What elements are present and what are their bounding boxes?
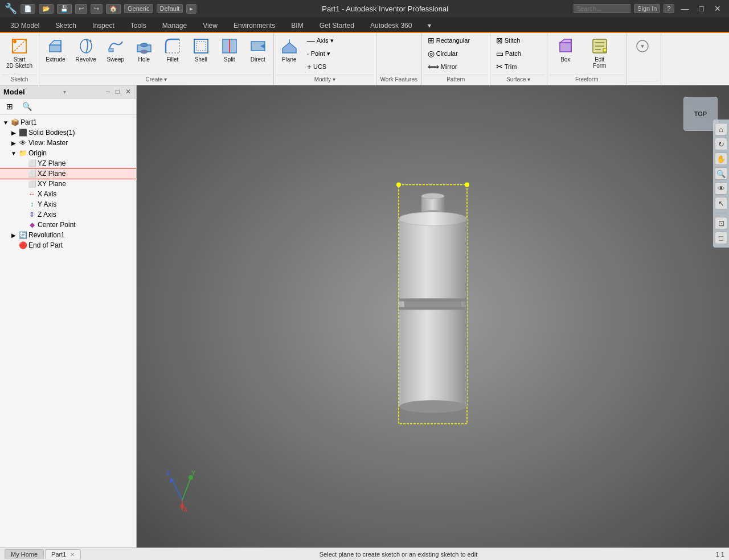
panel-close-button[interactable]: ✕ bbox=[124, 87, 133, 96]
tab-3d-model[interactable]: 3D Model bbox=[2, 19, 47, 32]
svg-rect-40 bbox=[399, 307, 467, 310]
nav-zoom-button[interactable]: 🔍 bbox=[715, 167, 727, 180]
nav-home-button[interactable]: ⌂ bbox=[715, 123, 727, 135]
revolve-button[interactable]: Revolve bbox=[72, 34, 100, 65]
quick-access-save[interactable]: 💾 bbox=[57, 4, 72, 14]
tab-get-started[interactable]: Get Started bbox=[312, 19, 362, 32]
ribbon-props-button[interactable]: ▾ bbox=[629, 34, 656, 59]
viewport[interactable]: TOP ⌂ ↻ ✋ 🔍 👁 ↖ ⊡ □ Z Y bbox=[137, 85, 729, 547]
trim-icon: ✂ bbox=[496, 62, 503, 71]
shell-button[interactable]: Shell bbox=[188, 34, 214, 65]
stitch-button[interactable]: ⊠ Stitch bbox=[493, 34, 525, 47]
quick-access-open[interactable]: 📂 bbox=[39, 4, 54, 14]
direct-button[interactable]: Direct bbox=[245, 34, 271, 65]
z-axis-icon: ⇕ bbox=[27, 211, 36, 219]
tree-item-origin[interactable]: ▼ 📁 Origin bbox=[0, 148, 136, 158]
panel-restore-button[interactable]: □ bbox=[114, 87, 121, 96]
tab-bim[interactable]: BIM bbox=[283, 19, 311, 32]
tab-inspect[interactable]: Inspect bbox=[84, 19, 122, 32]
start-2d-sketch-button[interactable]: Start 2D Sketch bbox=[2, 34, 36, 72]
expand-origin[interactable]: ▼ bbox=[10, 150, 17, 157]
tree-item-xz-plane[interactable]: ⬜ XZ Plane bbox=[0, 168, 136, 179]
quick-access-home[interactable]: 🏠 bbox=[106, 4, 121, 14]
split-button[interactable]: Split bbox=[216, 34, 243, 65]
nav-orbit-button[interactable]: ↻ bbox=[715, 138, 727, 150]
tab-sketch[interactable]: Sketch bbox=[47, 19, 84, 32]
patch-button[interactable]: ▭ Patch bbox=[493, 47, 525, 60]
nav-select-button[interactable]: ↖ bbox=[715, 197, 727, 209]
split-label: Split bbox=[224, 56, 235, 63]
filter-button[interactable]: ⊞ bbox=[3, 100, 16, 113]
maximize-button[interactable]: □ bbox=[696, 4, 707, 13]
expand-view-master[interactable]: ▶ bbox=[10, 140, 17, 146]
tree-item-y-axis[interactable]: ↕ Y Axis bbox=[0, 199, 136, 209]
search-bar[interactable] bbox=[574, 4, 630, 13]
close-button[interactable]: ✕ bbox=[711, 4, 724, 13]
tab-tools[interactable]: Tools bbox=[122, 19, 154, 32]
workspace-dropdown[interactable]: Default bbox=[157, 4, 183, 13]
search-tree-button[interactable]: 🔍 bbox=[19, 100, 35, 113]
sign-in-button[interactable]: Sign In bbox=[634, 4, 660, 13]
ucs-button[interactable]: + UCS bbox=[304, 60, 337, 73]
center-point-icon: ◆ bbox=[27, 221, 36, 229]
freeform-section-label: Freeform bbox=[550, 75, 624, 84]
hole-button[interactable]: Hole bbox=[131, 34, 157, 65]
tree-item-yz-plane[interactable]: ⬜ YZ Plane bbox=[0, 158, 136, 168]
svg-rect-19 bbox=[560, 43, 571, 52]
nav-fit-button[interactable]: ⊡ bbox=[715, 217, 727, 229]
quick-access-redo[interactable]: ↪ bbox=[91, 4, 103, 14]
tree-item-view-master[interactable]: ▶ 👁 View: Master bbox=[0, 138, 136, 148]
tab-more[interactable]: ▸ bbox=[186, 4, 196, 14]
nav-pan-button[interactable]: ✋ bbox=[715, 153, 727, 165]
circular-button[interactable]: ◎ Circular bbox=[424, 47, 473, 60]
tree-item-x-axis[interactable]: ↔ X Axis bbox=[0, 189, 136, 199]
panel-minimize-button[interactable]: – bbox=[104, 87, 112, 96]
xy-plane-label: XY Plane bbox=[38, 180, 66, 188]
expand-part1[interactable]: ▼ bbox=[2, 120, 9, 126]
profile-dropdown[interactable]: Generic bbox=[124, 4, 153, 13]
view-cube[interactable]: TOP bbox=[683, 97, 718, 131]
sweep-button[interactable]: Sweep bbox=[103, 34, 129, 65]
rectangular-label: Rectangular bbox=[436, 37, 470, 44]
expand-solid-bodies[interactable]: ▶ bbox=[10, 130, 17, 136]
tree-item-end-of-part[interactable]: 🔴 End of Part bbox=[0, 240, 136, 250]
mirror-button[interactable]: ⟺ Mirror bbox=[424, 60, 473, 73]
tree-item-part1[interactable]: ▼ 📦 Part1 bbox=[0, 117, 136, 127]
svg-text:Y: Y bbox=[191, 470, 196, 476]
expand-revolution1[interactable]: ▶ bbox=[10, 232, 17, 238]
tab-part1-close[interactable]: ✕ bbox=[70, 551, 75, 558]
tree-item-revolution1[interactable]: ▶ 🔄 Revolution1 bbox=[0, 230, 136, 240]
edit-form-button[interactable]: Edit Form bbox=[584, 34, 616, 72]
tree-item-center-point[interactable]: ◆ Center Point bbox=[0, 220, 136, 230]
tree-item-solid-bodies[interactable]: ▶ ⬛ Solid Bodies(1) bbox=[0, 127, 136, 138]
extrude-button[interactable]: Extrude bbox=[42, 34, 69, 65]
rectangular-button[interactable]: ⊞ Rectangular bbox=[424, 34, 473, 47]
tree-item-xy-plane[interactable]: ⬜ XY Plane bbox=[0, 179, 136, 189]
minimize-button[interactable]: — bbox=[678, 4, 693, 13]
tree-item-z-axis[interactable]: ⇕ Z Axis bbox=[0, 209, 136, 220]
box-freeform-button[interactable]: Box bbox=[550, 34, 581, 65]
panel-expand-icon: ▾ bbox=[63, 89, 66, 95]
axis-button[interactable]: — Axis ▾ bbox=[304, 34, 337, 47]
nav-view-cube-toggle[interactable]: □ bbox=[715, 232, 727, 244]
point-button[interactable]: · Point ▾ bbox=[304, 47, 337, 60]
trim-button[interactable]: ✂ Trim bbox=[493, 60, 525, 73]
tab-view[interactable]: View bbox=[195, 19, 226, 32]
tab-environments[interactable]: Environments bbox=[226, 19, 283, 32]
extra-section: ▾ bbox=[627, 33, 661, 85]
circular-label: Circular bbox=[436, 50, 458, 57]
plane-button[interactable]: Plane bbox=[276, 34, 302, 65]
quick-access-undo[interactable]: ↩ bbox=[75, 4, 87, 14]
quick-access-new[interactable]: 📄 bbox=[21, 4, 35, 14]
tab-my-home[interactable]: My Home bbox=[5, 549, 44, 559]
tab-manage[interactable]: Manage bbox=[154, 19, 195, 32]
tab-part1[interactable]: Part1 ✕ bbox=[45, 549, 81, 559]
box-label: Box bbox=[560, 56, 570, 63]
fillet-button[interactable]: Fillet bbox=[159, 34, 186, 65]
tab-more[interactable]: ▾ bbox=[420, 19, 439, 32]
tab-autodesk-360[interactable]: Autodesk 360 bbox=[362, 19, 420, 32]
panel-title: Model bbox=[3, 88, 25, 96]
hole-label: Hole bbox=[138, 56, 150, 63]
nav-look-button[interactable]: 👁 bbox=[715, 182, 727, 195]
help-button[interactable]: ? bbox=[664, 4, 674, 13]
